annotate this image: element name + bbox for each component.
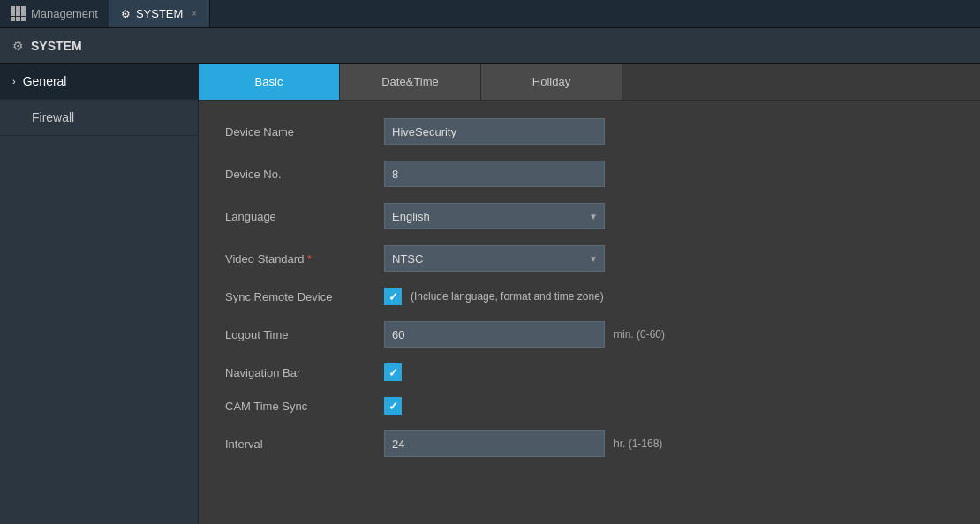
cam-time-sync-row: CAM Time Sync ✓ (225, 397, 954, 415)
sync-remote-label: Sync Remote Device (225, 290, 384, 303)
language-select-wrapper: English Chinese French German (384, 203, 605, 229)
tab-datetime-label: Date&Time (381, 75, 439, 88)
video-standard-label: Video Standard (225, 252, 384, 266)
video-standard-select[interactable]: NTSC PAL (384, 245, 605, 272)
logout-time-label: Logout Time (225, 328, 384, 341)
navigation-bar-checkbox[interactable]: ✓ (384, 363, 402, 381)
navigation-bar-label: Navigation Bar (225, 366, 384, 379)
grid-icon (11, 6, 26, 21)
tab-holiday[interactable]: Holiday (481, 64, 622, 100)
sidebar-item-general[interactable]: › General (0, 64, 198, 100)
navigation-bar-checkbox-wrapper: ✓ (384, 363, 402, 381)
tab-holiday-label: Holiday (532, 75, 570, 88)
tab-basic-label: Basic (255, 75, 283, 88)
tab-basic[interactable]: Basic (199, 64, 340, 100)
video-standard-row: Video Standard NTSC PAL (225, 245, 954, 272)
device-no-row: Device No. (225, 161, 954, 187)
system-tab[interactable]: ⚙ SYSTEM × (109, 0, 210, 27)
device-no-label: Device No. (225, 168, 384, 181)
gear-icon: ⚙ (121, 8, 131, 20)
interval-label: Interval (225, 438, 384, 451)
interval-unit: hr. (1-168) (614, 438, 662, 450)
sync-remote-checkbox-wrapper: ✓ (Include language, format and time zon… (384, 288, 604, 305)
nav-checkmark-icon: ✓ (388, 366, 398, 379)
device-name-label: Device Name (225, 125, 384, 138)
close-tab-button[interactable]: × (192, 9, 197, 19)
logout-time-input[interactable] (384, 321, 605, 348)
main-layout: › General Firewall Basic Date&Time Holid… (0, 64, 980, 524)
sidebar-label-firewall: Firewall (32, 110, 74, 124)
page-header: ⚙ SYSTEM (0, 28, 980, 64)
device-no-input[interactable] (384, 161, 605, 187)
cam-time-sync-label: CAM Time Sync (225, 400, 384, 413)
sync-remote-checkbox-label: (Include language, format and time zone) (411, 290, 604, 303)
sync-remote-row: Sync Remote Device ✓ (Include language, … (225, 288, 954, 305)
video-standard-select-wrapper: NTSC PAL (384, 245, 605, 272)
system-tab-label: SYSTEM (136, 7, 183, 20)
cam-checkmark-icon: ✓ (388, 400, 398, 413)
device-name-input[interactable] (384, 118, 605, 145)
cam-time-sync-checkbox[interactable]: ✓ (384, 397, 402, 415)
language-row: Language English Chinese French German (225, 203, 954, 229)
checkmark-icon: ✓ (388, 290, 398, 303)
page-title: SYSTEM (31, 39, 82, 53)
app-name[interactable]: Management (31, 7, 98, 20)
app-icon: Management (0, 0, 109, 27)
logout-time-row: Logout Time min. (0-60) (225, 321, 954, 348)
language-label: Language (225, 210, 384, 223)
content-area: Basic Date&Time Holiday Device Name Devi… (199, 64, 980, 524)
interval-row: Interval hr. (1-168) (225, 430, 954, 457)
sidebar-label-general: General (23, 74, 67, 88)
sub-tabs: Basic Date&Time Holiday (199, 64, 980, 101)
logout-time-unit: min. (0-60) (614, 328, 665, 341)
tab-datetime[interactable]: Date&Time (340, 64, 481, 100)
top-bar: Management ⚙ SYSTEM × (0, 0, 980, 28)
navigation-bar-row: Navigation Bar ✓ (225, 363, 954, 381)
form-content: Device Name Device No. Language English … (199, 101, 980, 490)
sidebar: › General Firewall (0, 64, 199, 524)
cam-time-sync-checkbox-wrapper: ✓ (384, 397, 402, 415)
device-name-row: Device Name (225, 118, 954, 145)
language-select[interactable]: English Chinese French German (384, 203, 605, 229)
interval-input[interactable] (384, 430, 605, 457)
chevron-right-icon: › (12, 76, 16, 86)
sidebar-item-firewall[interactable]: Firewall (0, 100, 198, 136)
sync-remote-checkbox[interactable]: ✓ (384, 288, 402, 305)
header-gear-icon: ⚙ (12, 39, 24, 53)
